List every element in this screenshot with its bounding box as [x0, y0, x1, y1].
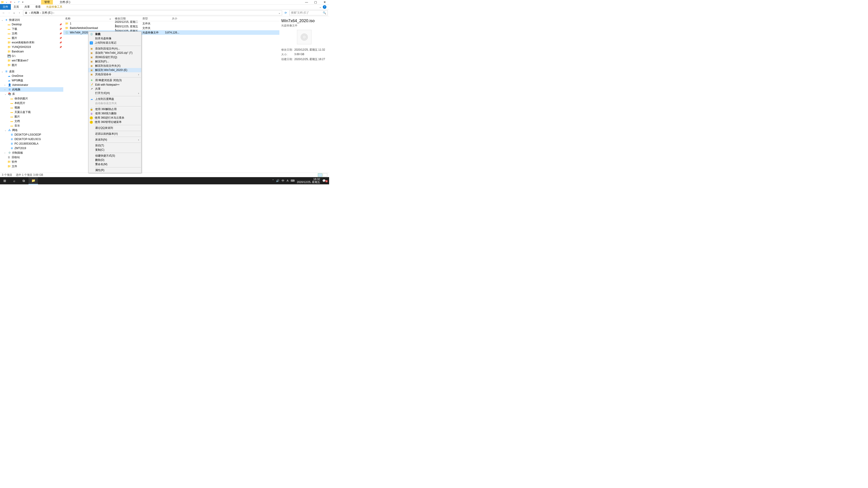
start-button[interactable]: ⊞: [0, 177, 9, 184]
ctx-360-trojan[interactable]: ✓使用 360进行木马云查杀: [88, 116, 141, 120]
ctx-add-archive[interactable]: ▣添加到压缩文件(A)...: [88, 46, 141, 51]
ctx-add-zip[interactable]: ▣添加到 "Win7x64_2020.zip" (T): [88, 51, 141, 55]
crumb-drive[interactable]: 文档 (E:): [42, 11, 53, 15]
view-details-button[interactable]: [318, 173, 322, 177]
tree-files[interactable]: 📁文件: [0, 164, 63, 168]
tree-thispc[interactable]: ›🖥此电脑: [0, 87, 63, 92]
tree-net1[interactable]: 🖥DESKTOP-LSSOEDP: [0, 132, 63, 137]
tree-yunqishi[interactable]: 📁YUNQISHI2019📌: [0, 45, 63, 49]
chevron-right-icon[interactable]: ›: [53, 11, 54, 14]
ctx-mount[interactable]: 💿装载: [88, 32, 141, 36]
props-icon[interactable]: •: [13, 1, 16, 4]
tree-desktop2[interactable]: ⌄🖥桌面: [0, 69, 63, 74]
tree-lib[interactable]: ⌄📚库: [0, 92, 63, 96]
ctx-youdao[interactable]: ↑上传到有道云笔记: [88, 41, 141, 45]
tree-net2[interactable]: 🖥DESKTOP-NJEU3CG: [0, 137, 63, 141]
tab-disc-tools[interactable]: 光盘映像工具: [43, 4, 65, 10]
ctx-delete[interactable]: 删除(D): [88, 158, 141, 162]
tree-wps[interactable]: ☁WPS网盘: [0, 78, 63, 83]
ctx-copy[interactable]: 复制(C): [88, 148, 141, 152]
undo-icon[interactable]: ↶: [17, 1, 20, 4]
search-input[interactable]: 搜索"文档 (E:)" 🔍: [289, 10, 328, 15]
volume-icon[interactable]: 🔊: [276, 179, 279, 182]
folder-icon[interactable]: 📁: [1, 1, 4, 4]
tree-docs[interactable]: ▬文档📌: [0, 31, 63, 36]
clock[interactable]: 16:32 2020/12/25, 星期五: [297, 178, 320, 184]
ctx-rename[interactable]: 重命名(M): [88, 162, 141, 166]
ctx-open-360zip[interactable]: ▣用360压缩打开(Q): [88, 55, 141, 59]
search-icon[interactable]: 🔍: [323, 11, 326, 14]
recent-dropdown-icon[interactable]: ▾: [12, 12, 17, 14]
ctx-extract-to[interactable]: ▣解压到(F)...: [88, 59, 141, 64]
delete-icon[interactable]: ✕: [9, 1, 12, 4]
breadcrumb[interactable]: 🖥 › 此电脑 › 文档 (E:) › ⌄: [23, 10, 282, 15]
ctx-360-forcedel[interactable]: 🗑使用 360强力删除: [88, 111, 141, 116]
ctx-other-compress[interactable]: ▣其他压缩命令›: [88, 72, 141, 76]
minimize-button[interactable]: —: [302, 0, 311, 4]
tree-win7re[interactable]: 📁win7重装win7: [0, 58, 63, 63]
ime-mode-button[interactable]: A: [287, 179, 288, 182]
ctx-notepadpp[interactable]: 📝Edit with Notepad++: [88, 83, 141, 87]
chevron-right-icon[interactable]: ›: [40, 11, 41, 14]
tab-view[interactable]: 查看: [33, 4, 43, 10]
taskview-button[interactable]: ⧉: [19, 177, 29, 184]
list-row[interactable]: 📁1 2020/12/15, 星期二 1... 文件夹: [63, 21, 279, 26]
forward-button[interactable]: →: [6, 11, 11, 14]
ctx-restore[interactable]: 还原以前的版本(V): [88, 132, 141, 136]
tree-net3[interactable]: 🖥PC-20190530OBLA: [0, 141, 63, 146]
tree-pictures[interactable]: ▬图片📌: [0, 36, 63, 40]
tree-tianyi[interactable]: ▬天翼云盘下载: [0, 110, 63, 114]
help-icon[interactable]: ?: [323, 5, 327, 9]
view-icons-button[interactable]: [323, 173, 327, 177]
tab-home[interactable]: 主页: [11, 4, 22, 10]
tab-share[interactable]: 共享: [22, 4, 33, 10]
crumb-dropdown-icon[interactable]: ⌄: [278, 11, 281, 14]
tree-desktop[interactable]: ▬Desktop📌: [0, 22, 63, 27]
ctx-burn[interactable]: 刻录光盘映像: [88, 36, 141, 41]
tree-bandicam[interactable]: 📁Bandicam: [0, 49, 63, 54]
tree-savedpics[interactable]: ▬保存的图片: [0, 96, 63, 101]
ctx-open-with[interactable]: 打开方式(H)›: [88, 91, 141, 95]
tree-gdrive[interactable]: 💾G:\: [0, 54, 63, 58]
tray-overflow-icon[interactable]: ˄: [272, 179, 274, 182]
tree-excel[interactable]: 📁excel表格制作求和📌: [0, 40, 63, 45]
ctx-cut[interactable]: 剪切(T): [88, 143, 141, 148]
tree-quick-access[interactable]: ⌄★快速访问: [0, 18, 63, 22]
tree-downloads[interactable]: ▬下载📌: [0, 27, 63, 31]
keyboard-icon[interactable]: ⌨: [291, 179, 294, 182]
tree-recycle[interactable]: 🗑回收站: [0, 155, 63, 160]
tab-file[interactable]: 文件: [0, 4, 11, 10]
ctx-qq-send[interactable]: 通过QQ发送到: [88, 126, 141, 130]
tree-pics2[interactable]: 📁图片: [0, 63, 63, 67]
tree-controlpanel[interactable]: ›⚙控制面板: [0, 151, 63, 155]
close-button[interactable]: ✕: [320, 0, 329, 4]
search-button[interactable]: ⌕: [9, 177, 19, 184]
qa-dropdown-icon[interactable]: ▾: [21, 1, 24, 4]
ctx-baidu-upload[interactable]: ☁上传到百度网盘: [88, 97, 141, 101]
ctx-extract-here[interactable]: ▣解压到当前文件夹(X): [88, 64, 141, 68]
chevron-right-icon[interactable]: ›: [29, 11, 30, 14]
ctx-360-unlock[interactable]: 🔓使用 360解除占用: [88, 107, 141, 111]
col-size[interactable]: 大小: [163, 17, 179, 21]
ribbon-expand-icon[interactable]: ⌄: [319, 5, 321, 8]
back-button[interactable]: ←: [1, 11, 6, 14]
tree-soft[interactable]: 📁软件: [0, 160, 63, 164]
explorer-taskbar-icon[interactable]: 📁: [29, 177, 38, 184]
refresh-button[interactable]: ⟳: [283, 11, 288, 14]
tree-docs2[interactable]: ▬文档: [0, 119, 63, 123]
crumb-this-pc[interactable]: 此电脑: [31, 11, 39, 15]
tree-video[interactable]: ▬视频: [0, 105, 63, 110]
maximize-button[interactable]: ▢: [311, 0, 320, 4]
ctx-send-to[interactable]: 发送到(N)›: [88, 138, 141, 142]
col-type[interactable]: 类型: [141, 17, 163, 21]
notification-icon[interactable]: 💬3: [322, 179, 328, 182]
tree-music[interactable]: ▬音乐: [0, 123, 63, 128]
ctx-bee-browser[interactable]: ✚用 蜂蜜浏览器 浏览(3): [88, 78, 141, 83]
tree-localpics[interactable]: ▬本机照片: [0, 101, 63, 105]
ctx-shortcut[interactable]: 创建快捷方式(S): [88, 154, 141, 158]
ime-button[interactable]: 中: [282, 179, 284, 183]
tree-pics3[interactable]: ▬图片: [0, 114, 63, 119]
tree-net4[interactable]: 🖥ZMT2019: [0, 146, 63, 151]
save-icon[interactable]: ▪: [5, 1, 8, 4]
list-row[interactable]: 📁BaiduNetdiskDownload 2020/12/25, 星期五 1.…: [63, 26, 279, 30]
